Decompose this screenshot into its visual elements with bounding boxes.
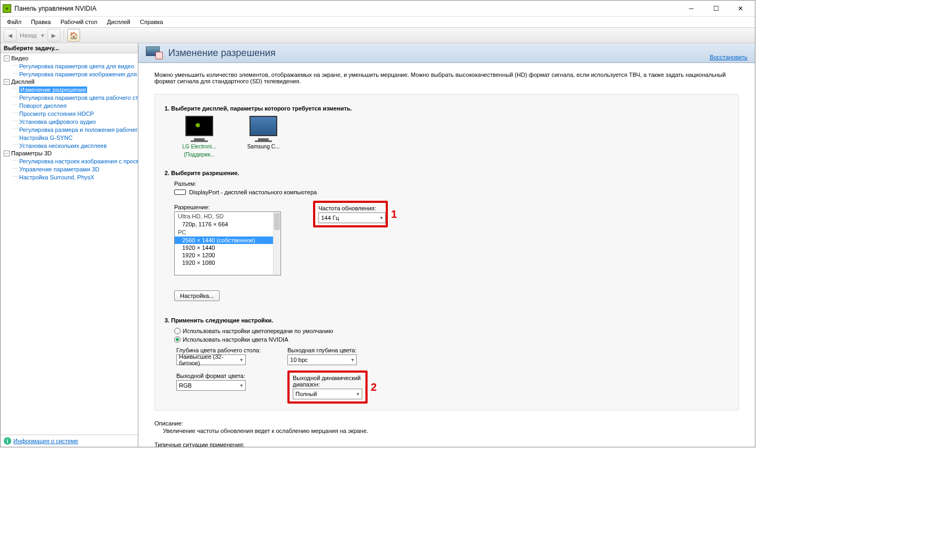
collapse-icon[interactable]: −: [4, 151, 10, 156]
description-section: Описание: Увеличение частоты обновления …: [154, 420, 739, 447]
tree-item-hdcp[interactable]: ⋯Просмотр состояния HDCP: [1, 109, 138, 117]
sidebar-footer: i Информация о системе: [1, 435, 138, 447]
resolution-column: Разрешение: Ultra HD, HD, SD 720p, 1176 …: [174, 201, 281, 301]
tree-item-video-image[interactable]: ⋯Регулировка параметров изображения для …: [1, 70, 138, 78]
nav-toolbar: ◄ Назад ▾ ► 🏠: [1, 27, 755, 43]
tree-group-3d[interactable]: − Параметры 3D: [1, 149, 138, 157]
typical-header: Типичные ситуации применения:: [154, 441, 739, 447]
menu-display[interactable]: Дисплей: [103, 18, 135, 26]
resolution-icon: [146, 46, 163, 59]
window-controls: ─ ☐ ✕: [679, 1, 753, 17]
minimize-button[interactable]: ─: [679, 1, 704, 17]
output-depth-select[interactable]: 10 bpc ▼: [287, 354, 357, 365]
home-button[interactable]: 🏠: [67, 29, 80, 42]
tree-item-size-position[interactable]: ⋯Регулировка размера и положения рабочег…: [1, 125, 138, 133]
system-info-link[interactable]: Информация о системе: [13, 438, 78, 444]
tree-group-display[interactable]: − Дисплей: [1, 78, 138, 85]
toolbar-separator: [64, 30, 64, 41]
tree-item-gsync[interactable]: ⋯Настройка G-SYNC: [1, 133, 138, 141]
menubar: Файл Правка Рабочий стол Дисплей Справка: [1, 17, 755, 27]
resolution-option-selected[interactable]: 2560 × 1440 (собственное): [175, 236, 280, 244]
chevron-down-icon: ▼: [239, 358, 244, 362]
step3-label: 3. Применить следующие настройки.: [165, 317, 729, 324]
radio-nvidia-color[interactable]: Использовать настройки цвета NVIDIA: [174, 336, 729, 343]
maximize-button[interactable]: ☐: [704, 1, 728, 17]
main-body: Можно уменьшить количество элементов, от…: [138, 63, 755, 447]
color-depth-column: Глубина цвета рабочего стола: Наивысшее …: [176, 346, 261, 404]
refresh-rate-select[interactable]: 144 Гц ▼: [318, 212, 386, 223]
radio-default-color[interactable]: Использовать настройки цветопередачи по …: [174, 328, 729, 334]
step2-label: 2. Выберите разрешение.: [165, 170, 729, 176]
resolution-listbox[interactable]: Ultra HD, HD, SD 720p, 1176 × 664 PC 256…: [174, 211, 281, 275]
tree-item-desktop-color[interactable]: ⋯Регулировка параметров цвета рабочего с…: [1, 93, 138, 101]
radio-icon-checked: [174, 336, 181, 343]
main-header: Изменение разрешения Восстановить: [138, 43, 755, 63]
chevron-down-icon: ▼: [356, 392, 360, 397]
tree-item-rotate-display[interactable]: ⋯Поворот дисплея: [1, 101, 138, 109]
restore-link[interactable]: Восстановить: [710, 54, 747, 60]
step1-label: 1. Выберите дисплей, параметры которого …: [165, 105, 729, 112]
forward-button[interactable]: ►: [48, 29, 60, 42]
customize-button[interactable]: Настройка...: [174, 290, 220, 301]
connector-value: DisplayPort - дисплей настольного компью…: [189, 189, 317, 195]
chevron-down-icon: ▼: [350, 358, 355, 362]
color-depth-label: Глубина цвета рабочего стола:: [176, 347, 261, 353]
settings-panel-1: 1. Выберите дисплей, параметры которого …: [154, 94, 739, 411]
menu-desktop[interactable]: Рабочий стол: [56, 18, 102, 26]
page-title: Изменение разрешения: [168, 48, 276, 59]
resolution-option[interactable]: 720p, 1176 × 664: [175, 220, 280, 228]
tree-item-change-resolution[interactable]: ⋯Изменение разрешения: [1, 85, 138, 93]
tree-label-3d: Параметры 3D: [11, 150, 52, 156]
display-selector: LG Electroni... (Поддержк... Samsung C..…: [181, 116, 729, 158]
display-item-lg[interactable]: LG Electroni... (Поддержк...: [181, 116, 218, 158]
resolution-option[interactable]: 1920 × 1440: [175, 244, 280, 251]
scrollbar[interactable]: [273, 212, 280, 275]
nvidia-icon: [3, 4, 11, 13]
collapse-icon[interactable]: −: [4, 79, 10, 85]
collapse-icon[interactable]: −: [4, 56, 10, 61]
menu-file[interactable]: Файл: [3, 18, 26, 26]
output-format-label: Выходной формат цвета:: [176, 373, 261, 379]
description-line: Увеличение частоты обновления ведет к ос…: [163, 428, 739, 434]
dynamic-range-label: Выходной динамический диапазон:: [293, 375, 362, 388]
task-tree: − Видео ⋯Регулировка параметров цвета дл…: [1, 53, 138, 435]
menu-help[interactable]: Справка: [136, 18, 167, 26]
resolution-option[interactable]: 1920 × 1080: [175, 259, 280, 266]
annotation-box-1: Частота обновления: 144 Гц ▼ 1: [313, 201, 388, 227]
info-icon: i: [4, 437, 11, 445]
refresh-column: Частота обновления: 144 Гц ▼ 1: [313, 201, 388, 227]
tree-item-video-color[interactable]: ⋯Регулировка параметров цвета для видео: [1, 62, 138, 70]
output-format-select[interactable]: RGB ▼: [176, 380, 246, 391]
back-dropdown-icon[interactable]: ▾: [40, 32, 45, 39]
chevron-down-icon: ▼: [239, 383, 244, 388]
output-depth-label: Выходная глубина цвета:: [287, 347, 368, 353]
sidebar-header: Выберите задачу...: [1, 43, 138, 53]
displayport-icon: [174, 190, 186, 195]
page-description: Можно уменьшить количество элементов, от…: [154, 72, 739, 84]
back-label: Назад: [19, 32, 38, 38]
connector-label: Разъем:: [174, 180, 729, 187]
tree-item-multi-display[interactable]: ⋯Установка нескольких дисплеев: [1, 141, 138, 149]
tree-group-video[interactable]: − Видео: [1, 54, 138, 62]
tree-item-3d-manage[interactable]: ⋯Управление параметрами 3D: [1, 165, 138, 173]
resolution-label: Разрешение:: [174, 204, 281, 210]
tree-item-surround-physx[interactable]: ⋯Настройка Surround, PhysX: [1, 173, 138, 181]
titlebar: Панель управления NVIDIA ─ ☐ ✕: [1, 1, 755, 17]
output-depth-column: Выходная глубина цвета: 10 bpc ▼ Выходно…: [287, 346, 368, 404]
sidebar: Выберите задачу... − Видео ⋯Регулировка …: [1, 43, 138, 447]
body: Выберите задачу... − Видео ⋯Регулировка …: [1, 43, 755, 447]
refresh-label: Частота обновления:: [318, 205, 383, 211]
display-item-samsung[interactable]: Samsung C...: [245, 116, 282, 158]
annotation-number-1: 1: [391, 208, 397, 220]
color-depth-select[interactable]: Наивысшее (32-битное) ▼: [176, 354, 246, 365]
back-button[interactable]: ◄: [4, 29, 17, 42]
tree-item-3d-preview[interactable]: ⋯Регулировка настроек изображения с прос…: [1, 157, 138, 165]
resolution-option[interactable]: 1920 × 1200: [175, 251, 280, 259]
tree-item-digital-audio[interactable]: ⋯Установка цифрового аудио: [1, 117, 138, 125]
menu-edit[interactable]: Правка: [27, 18, 55, 26]
tree-label-display: Дисплей: [11, 78, 35, 85]
close-button[interactable]: ✕: [728, 1, 753, 17]
annotation-number-2: 2: [371, 381, 377, 393]
app-window: Панель управления NVIDIA ─ ☐ ✕ Файл Прав…: [0, 0, 755, 447]
dynamic-range-select[interactable]: Полный ▼: [293, 389, 362, 399]
